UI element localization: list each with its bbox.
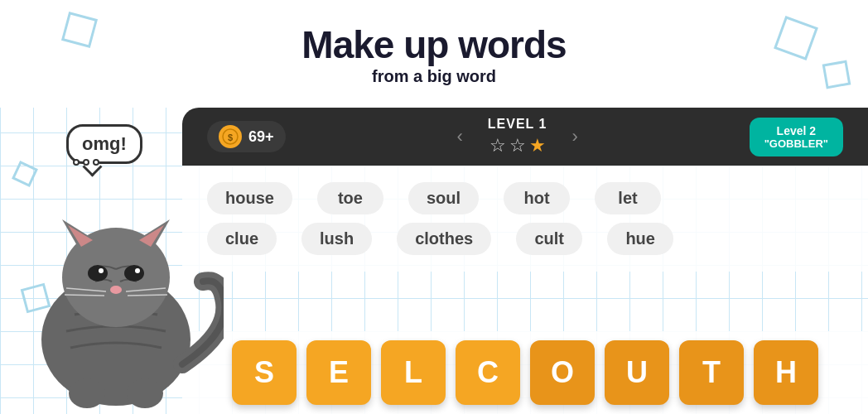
next-level-arrow[interactable]: › [563,122,586,152]
svg-line-14 [65,295,104,296]
tile-C[interactable]: C [456,340,520,405]
coin-amount: 69+ [248,128,274,146]
tile-U[interactable]: U [605,340,669,405]
tile-L[interactable]: L [381,340,446,405]
star-2: ☆ [509,135,526,156]
cat-illustration [8,132,224,414]
tile-T[interactable]: T [679,340,744,405]
next-level-text: Level 2 [777,124,816,137]
prev-level-arrow[interactable]: ‹ [448,122,470,152]
cat-container: omg! [0,108,232,414]
deco-square-3 [822,60,851,89]
header: Make up words from a big word [0,0,868,108]
tile-E[interactable]: E [306,340,371,405]
word-toe[interactable]: toe [317,182,383,214]
game-top-bar: $ 69+ ‹ LEVEL 1 ☆ ☆ ★ › Level 2 "GOBBLER… [182,108,868,166]
word-soul[interactable]: soul [408,182,479,214]
svg-point-11 [135,268,140,273]
letter-tiles-area: S E L C O U T H [182,331,868,414]
word-hot[interactable]: hot [504,182,570,214]
tile-S[interactable]: S [232,340,297,405]
word-hue[interactable]: hue [607,223,673,255]
tile-O[interactable]: O [530,340,595,405]
word-clothes[interactable]: clothes [397,223,491,255]
word-lush[interactable]: lush [301,223,372,255]
next-level-name: "GOBBLER" [764,137,828,150]
svg-point-9 [124,265,144,282]
tile-H[interactable]: H [754,340,818,405]
svg-point-8 [88,265,108,282]
next-level-badge[interactable]: Level 2 "GOBBLER" [750,118,843,156]
svg-point-17 [69,378,105,408]
star-3: ★ [529,135,546,156]
stars-container: ☆ ☆ ★ [489,135,546,156]
words-row-1: house toe soul hot let [207,182,843,214]
main-title: Make up words [301,22,566,67]
svg-line-16 [128,295,167,296]
level-info: LEVEL 1 ☆ ☆ ★ [488,117,547,156]
svg-point-10 [99,268,104,273]
level-label: LEVEL 1 [488,117,547,132]
svg-point-12 [110,286,122,294]
subtitle: from a big word [372,67,496,86]
words-area: house toe soul hot let clue lush clothes… [182,166,868,272]
word-let[interactable]: let [595,182,661,214]
svg-point-18 [127,378,163,408]
word-cult[interactable]: cult [516,223,582,255]
star-1: ☆ [489,135,506,156]
words-row-2: clue lush clothes cult hue [207,223,843,255]
